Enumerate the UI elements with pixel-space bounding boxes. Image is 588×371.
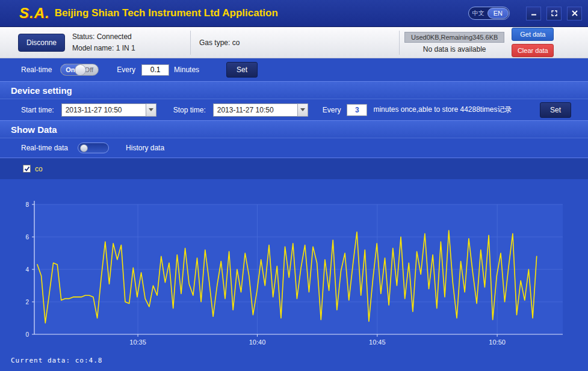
titlebar-controls: 中文 EN	[468, 7, 582, 20]
every-label: Every	[117, 66, 135, 74]
start-time-calendar-button[interactable]	[146, 103, 156, 117]
toolbar-divider	[399, 31, 400, 55]
svg-text:4: 4	[25, 266, 29, 273]
realtime-data-label: Real-time data	[21, 144, 68, 152]
svg-text:10:45: 10:45	[369, 339, 386, 346]
chart-canvas: 0246810:3510:4010:4510:50	[0, 179, 588, 352]
gas-type-text: Gas type: co	[196, 38, 394, 47]
maximize-icon	[551, 10, 558, 17]
store-capacity-text: minutes once,able to store 44288times记录	[373, 105, 512, 115]
slider-knob-icon	[80, 144, 88, 152]
co-series-label: co	[35, 165, 43, 173]
minimize-icon	[530, 10, 537, 17]
stop-time-calendar-button[interactable]	[297, 103, 308, 117]
store-interval-input[interactable]	[347, 104, 367, 116]
clear-data-button[interactable]: Clear data	[512, 44, 554, 57]
maximize-button[interactable]	[546, 7, 562, 20]
close-button[interactable]	[567, 7, 582, 20]
app-logo: S.A.	[19, 5, 50, 22]
data-mode-toggle[interactable]	[78, 143, 109, 153]
language-option-zh[interactable]: 中文	[469, 8, 487, 19]
svg-text:0: 0	[25, 331, 29, 338]
co-series-checkbox[interactable]	[23, 165, 31, 173]
disconnect-button[interactable]: Disconne	[18, 34, 65, 52]
check-icon	[24, 166, 30, 172]
series-legend-row: co	[0, 158, 588, 179]
storage-block: Used0KB,Remaining345.6KB No data is avai…	[404, 32, 504, 54]
current-data-text: Current data: co:4.8	[0, 352, 588, 364]
connection-toolbar: Disconne Status: Connected Model name: 1…	[0, 27, 588, 58]
data-buttons: Get data Clear data	[512, 28, 554, 57]
start-time-label: Start time:	[21, 106, 54, 114]
co-trend-chart: 0246810:3510:4010:4510:50	[0, 179, 588, 352]
minimize-button[interactable]	[526, 7, 541, 20]
window-title: Beijing Shian Tech Instrument Ltd Applic…	[55, 7, 278, 19]
device-setting-header: Device setting	[0, 81, 588, 99]
stop-time-picker	[213, 103, 308, 117]
close-icon	[571, 10, 578, 17]
connection-status-block: Status: Connected Model name: 1 IN 1	[72, 31, 185, 54]
svg-text:10:50: 10:50	[489, 339, 506, 346]
language-toggle[interactable]: 中文 EN	[468, 7, 510, 20]
history-data-label: History data	[126, 144, 164, 152]
app-window: S.A. Beijing Shian Tech Instrument Ltd A…	[0, 0, 588, 364]
chevron-down-icon	[300, 108, 305, 111]
get-data-button[interactable]: Get data	[512, 28, 554, 41]
realtime-label: Real-time	[21, 66, 52, 74]
minutes-label: Minutes	[174, 66, 199, 74]
titlebar: S.A. Beijing Shian Tech Instrument Ltd A…	[0, 0, 588, 27]
start-time-input[interactable]	[61, 103, 146, 117]
device-setting-row: Start time: Stop time: Every minutes onc…	[0, 99, 588, 120]
svg-text:2: 2	[25, 299, 29, 305]
language-option-en[interactable]: EN	[487, 8, 509, 19]
no-data-text: No data is available	[423, 45, 486, 54]
stop-time-label: Stop time:	[173, 106, 206, 114]
realtime-onoff-toggle[interactable]: On Off	[60, 64, 99, 76]
start-time-picker	[61, 103, 156, 117]
chevron-down-icon	[149, 108, 153, 111]
toolbar-divider	[190, 31, 191, 55]
svg-text:6: 6	[25, 234, 29, 241]
store-every-label: Every	[323, 106, 341, 114]
realtime-set-button[interactable]: Set	[226, 62, 258, 78]
svg-text:10:35: 10:35	[129, 339, 146, 346]
storage-usage-badge: Used0KB,Remaining345.6KB	[404, 32, 504, 43]
show-data-header: Show Data	[0, 120, 588, 138]
realtime-interval-row: Real-time On Off Every Minutes Set	[0, 58, 588, 81]
data-mode-row: Real-time data History data	[0, 138, 588, 158]
interval-input[interactable]	[141, 64, 169, 76]
device-set-button[interactable]: Set	[540, 102, 571, 118]
svg-text:8: 8	[25, 201, 29, 208]
status-text: Status: Connected	[72, 31, 185, 43]
stop-time-input[interactable]	[213, 103, 297, 117]
svg-text:10:40: 10:40	[249, 339, 266, 346]
model-name-text: Model name: 1 IN 1	[72, 43, 185, 54]
